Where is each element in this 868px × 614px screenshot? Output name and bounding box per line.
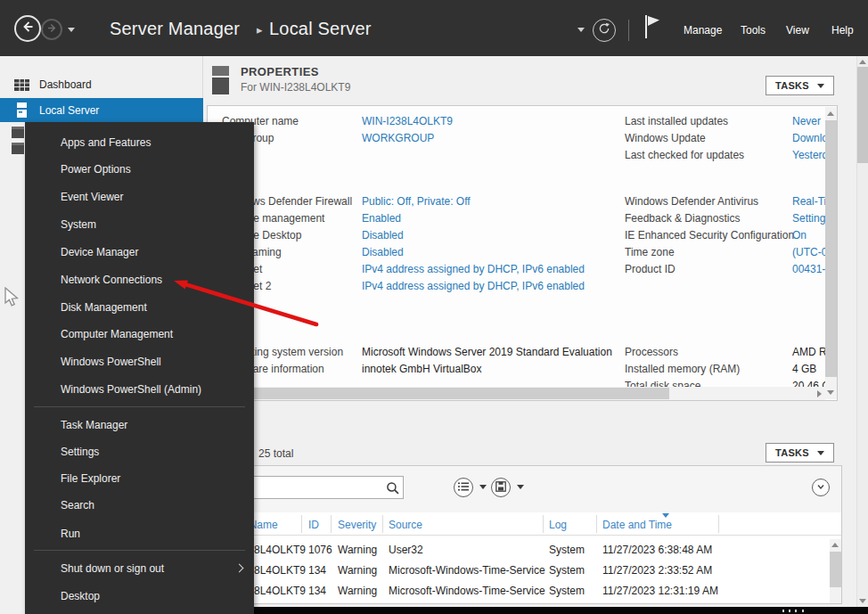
collapse-panel-button[interactable] — [812, 479, 830, 496]
property-value[interactable]: Downloa — [792, 130, 826, 147]
search-icon[interactable] — [386, 481, 399, 498]
save-caret-icon[interactable] — [517, 485, 524, 489]
menu-item-settings[interactable]: Settings — [25, 438, 254, 465]
all-servers-icon — [12, 127, 24, 138]
filter-list-button[interactable] — [454, 478, 473, 497]
filter-caret-icon[interactable] — [479, 485, 487, 489]
sidebar-item-label: Local Server — [39, 104, 99, 117]
property-row: Feedback & DiagnosticsSettings — [625, 210, 826, 227]
menu-item-computer-management[interactable]: Computer Management — [25, 321, 254, 348]
column-header-date-time[interactable]: Date and Time — [602, 519, 672, 531]
cell-datetime: 11/27/2023 2:33:52 AM — [602, 564, 712, 577]
property-value[interactable]: Real-Tim — [792, 193, 826, 210]
breadcrumb-root[interactable]: Server Manager — [110, 19, 240, 39]
cell-source: User32 — [389, 544, 423, 556]
property-value[interactable]: Enabled — [362, 210, 401, 227]
property-row: Last checked for updatesYesterday — [625, 147, 826, 164]
breadcrumb-current[interactable]: Local Server — [269, 19, 372, 39]
menu-item-windows-powershell-admin[interactable]: Windows PowerShell (Admin) — [25, 376, 254, 403]
menu-item-network-connections[interactable]: Network Connections — [25, 266, 254, 293]
window-vscrollbar[interactable] — [856, 56, 868, 607]
scroll-right-icon[interactable] — [817, 390, 822, 397]
property-value[interactable]: IPv4 address assigned by DHCP, IPv6 enab… — [362, 278, 585, 295]
sidebar-item-local-server[interactable]: Local Server — [0, 98, 203, 122]
event-row[interactable]: WIN-I238L4OLKT9 134 Warning Microsoft-Wi… — [208, 561, 841, 581]
property-value[interactable]: WIN-I238L4OLKT9 — [362, 113, 453, 130]
property-label: Time zone — [625, 244, 675, 261]
menu-item-power-options[interactable]: Power Options — [25, 156, 254, 183]
property-value[interactable]: Never — [792, 113, 821, 130]
property-row: EthernetIPv4 address assigned by DHCP, I… — [222, 261, 614, 278]
menu-item-search[interactable]: Search — [25, 492, 254, 519]
scroll-down-icon[interactable] — [859, 599, 866, 603]
column-header-severity[interactable]: Severity — [338, 519, 376, 531]
vscrollbar-thumb[interactable] — [857, 67, 868, 163]
menu-item-disk-management[interactable]: Disk Management — [25, 294, 254, 321]
scroll-up-icon[interactable] — [831, 543, 839, 547]
vscrollbar-thumb[interactable] — [830, 552, 841, 587]
hscrollbar-thumb[interactable] — [209, 388, 669, 399]
column-header-log[interactable]: Log — [549, 519, 567, 531]
property-value[interactable]: IPv4 address assigned by DHCP, IPv6 enab… — [362, 261, 585, 278]
property-row: Hardware informationinnotek GmbH Virtual… — [222, 361, 614, 378]
column-header-source[interactable]: Source — [389, 519, 422, 531]
menu-item-event-viewer[interactable]: Event Viewer — [25, 184, 254, 210]
properties-tasks-button[interactable]: TASKS — [766, 76, 834, 95]
vscrollbar-thumb[interactable] — [825, 120, 837, 377]
save-query-button[interactable] — [491, 478, 511, 497]
menu-view[interactable]: View — [786, 24, 809, 37]
menu-help[interactable]: Help — [831, 24, 854, 37]
event-row[interactable]: WIN-I238L4OLKT9 1076 Warning User32 Syst… — [208, 540, 841, 561]
property-value[interactable]: Disabled — [362, 244, 404, 261]
winx-context-menu: Apps and Features Power Options Event Vi… — [25, 122, 254, 614]
menu-tools[interactable]: Tools — [741, 24, 766, 37]
property-label: Windows Update — [625, 130, 706, 147]
property-label: Windows Defender Antivirus — [625, 193, 758, 210]
menu-item-apps-and-features[interactable]: Apps and Features — [25, 129, 254, 156]
property-value[interactable]: On — [792, 227, 807, 244]
cell-id: 134 — [308, 564, 326, 577]
tasks-label: TASKS — [775, 80, 809, 91]
properties-vscrollbar[interactable] — [825, 107, 837, 399]
sidebar-item-dashboard[interactable]: Dashboard — [0, 73, 203, 96]
property-row: Computer nameWIN-I238L4OLKT9 — [222, 113, 614, 130]
menu-item-device-manager[interactable]: Device Manager — [25, 239, 254, 266]
property-value[interactable]: Settings — [792, 210, 826, 227]
property-value[interactable]: Disabled — [362, 227, 404, 244]
property-label: Installed memory (RAM) — [625, 361, 740, 378]
property-label: Last checked for updates — [625, 147, 744, 164]
menu-item-shut-down-or-sign-out[interactable]: Shut down or sign out — [25, 555, 254, 582]
notifications-flag-icon[interactable] — [643, 13, 661, 44]
column-header-id[interactable]: ID — [308, 519, 319, 531]
back-button[interactable] — [14, 15, 41, 42]
menu-item-run[interactable]: Run — [25, 520, 254, 547]
file-storage-services-icon — [12, 143, 24, 154]
events-tasks-button[interactable]: TASKS — [766, 443, 834, 463]
scroll-down-icon[interactable] — [827, 390, 834, 395]
scroll-up-icon[interactable] — [827, 111, 834, 116]
property-value[interactable]: Yesterday — [792, 147, 826, 164]
nav-history-caret-icon[interactable] — [68, 28, 75, 32]
property-value[interactable]: (UTC-08:0 — [792, 244, 826, 261]
local-server-icon — [17, 102, 27, 120]
menu-manage[interactable]: Manage — [684, 24, 722, 37]
menu-item-file-explorer[interactable]: File Explorer — [25, 465, 254, 492]
menu-item-system[interactable]: System — [25, 211, 254, 238]
property-value[interactable]: 00431-10 — [792, 261, 826, 278]
property-value[interactable]: Public: Off, Private: Off — [362, 193, 471, 210]
properties-hscrollbar[interactable] — [209, 387, 825, 400]
back-arrow-icon — [20, 20, 35, 37]
forward-button[interactable] — [41, 19, 62, 40]
server-list-caret-icon[interactable] — [577, 28, 585, 32]
menu-item-task-manager[interactable]: Task Manager — [25, 412, 254, 438]
cell-severity: Warning — [338, 585, 377, 597]
scroll-up-icon[interactable] — [859, 60, 866, 64]
property-value[interactable]: WORKGROUP — [362, 130, 434, 147]
event-row[interactable]: WIN-I238L4OLKT9 134 Warning Microsoft-Wi… — [208, 581, 841, 602]
events-vscrollbar[interactable] — [830, 539, 841, 603]
menu-item-desktop[interactable]: Desktop — [25, 583, 254, 610]
tasks-caret-icon — [817, 84, 824, 88]
refresh-button[interactable] — [593, 19, 616, 42]
menu-item-windows-powershell[interactable]: Windows PowerShell — [25, 348, 254, 375]
chevron-down-icon — [815, 479, 826, 495]
